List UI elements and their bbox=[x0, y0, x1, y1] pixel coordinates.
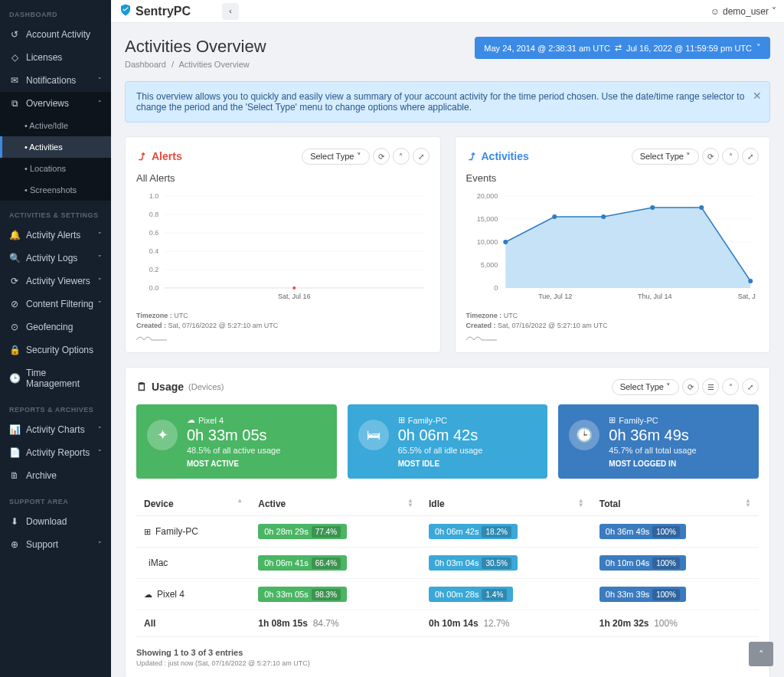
user-label: demo_user bbox=[723, 6, 769, 17]
sidebar-item-content-filtering[interactable]: ⊘Content Filtering˅ bbox=[0, 293, 111, 316]
usage-select-type[interactable]: Select Type ˅ bbox=[612, 379, 679, 395]
chevron-down-icon: ˅ bbox=[98, 254, 102, 262]
svg-text:0: 0 bbox=[494, 284, 498, 292]
refresh-button[interactable]: ⟳ bbox=[373, 148, 390, 165]
stat-desc: 45.7% of all total usage bbox=[609, 446, 748, 455]
svg-text:Sat, J: Sat, J bbox=[737, 293, 755, 300]
sidebar-item-overviews[interactable]: ⧉Overviews˄ bbox=[0, 92, 111, 115]
sidebar-section: ACTIVITIES & SETTINGS bbox=[0, 201, 111, 224]
sidebar-subitem-active-idle[interactable]: • Active/Idle bbox=[0, 115, 111, 136]
chevron-up-icon: ˄ bbox=[759, 649, 764, 660]
nav-icon: 🔔 bbox=[9, 230, 20, 240]
sidebar-item-activity-alerts[interactable]: 🔔Activity Alerts˅ bbox=[0, 224, 111, 247]
stat-icon: ✦ bbox=[147, 420, 178, 450]
scroll-top-button[interactable]: ˄ bbox=[749, 642, 773, 666]
sidebar-subitem-activities[interactable]: • Activities bbox=[0, 136, 111, 158]
sidebar-item-support[interactable]: ⊕Support˅ bbox=[0, 533, 111, 556]
nav-icon: 📄 bbox=[9, 447, 20, 458]
sidebar-item-security-options[interactable]: 🔒Security Options bbox=[0, 338, 111, 361]
alerts-select-type[interactable]: Select Type ˅ bbox=[302, 149, 369, 165]
svg-point-26 bbox=[552, 214, 557, 219]
main-content: Activities Overview Dashboard / Activiti… bbox=[111, 23, 784, 677]
nav-icon: ⟳ bbox=[9, 276, 20, 286]
svg-text:20,000: 20,000 bbox=[476, 192, 498, 200]
table-updated: Updated : just now (Sat, 07/16/2022 @ 5:… bbox=[136, 659, 759, 667]
table-row: ☁Pixel 4 0h 33m 05s98.3% 0h 00m 28s1.4% … bbox=[136, 579, 759, 610]
expand-icon: ⤢ bbox=[418, 152, 424, 161]
col-idle[interactable]: Idle▲▼ bbox=[421, 492, 592, 516]
sidebar-section: DASHBOARD bbox=[0, 0, 111, 23]
chart-icon: ⭜ bbox=[466, 150, 477, 162]
idle-pill: 0h 03m 04s30.5% bbox=[429, 555, 518, 571]
sidebar: DASHBOARD↺Account Activity◇Licenses✉Noti… bbox=[0, 0, 111, 677]
activities-footer: Timezone : UTC Created : Sat, 07/16/2022… bbox=[466, 311, 760, 342]
sidebar-item-notifications[interactable]: ✉Notifications˅ bbox=[0, 69, 111, 92]
user-menu[interactable]: ☺ demo_user ˅ bbox=[710, 6, 776, 17]
stat-device: ⊞ Family-PC bbox=[609, 415, 748, 425]
col-total[interactable]: Total▲▼ bbox=[592, 492, 759, 516]
refresh-icon: ⟳ bbox=[688, 383, 694, 391]
sidebar-item-download[interactable]: ⬇Download bbox=[0, 510, 111, 533]
table-row-totals: All 1h 08m 15s 84.7% 0h 10m 14s 12.7% 1h… bbox=[136, 610, 759, 637]
svg-text:15,000: 15,000 bbox=[476, 215, 498, 223]
activities-chart: 05,00010,00015,00020,000 Tue, Jul 12Thu,… bbox=[466, 190, 760, 305]
collapse-sidebar-button[interactable]: ‹ bbox=[222, 3, 239, 20]
sidebar-item-activity-viewers[interactable]: ⟳Activity Viewers˅ bbox=[0, 270, 111, 293]
expand-button[interactable]: ⤢ bbox=[742, 378, 759, 395]
stat-tag: MOST LOGGED IN bbox=[609, 460, 748, 468]
list-button[interactable]: ☰ bbox=[702, 378, 719, 395]
activities-card: ⭜ Activities Select Type ˅ ⟳ ˄ ⤢ Events bbox=[455, 136, 771, 353]
chevron-down-icon: ˅ bbox=[98, 449, 102, 456]
stat-desc: 65.5% of all idle usage bbox=[398, 446, 537, 455]
sidebar-item-archive[interactable]: 🗎Archive bbox=[0, 464, 111, 487]
svg-text:0.2: 0.2 bbox=[149, 266, 159, 273]
close-icon[interactable]: ✕ bbox=[753, 90, 762, 102]
activities-select-type[interactable]: Select Type ˅ bbox=[632, 149, 699, 165]
stat-value: 0h 06m 42s bbox=[398, 427, 537, 444]
sidebar-item-geofencing[interactable]: ⊙Geofencing bbox=[0, 316, 111, 338]
stat-most-idle: 🛏 ⊞ Family-PC 0h 06m 42s 65.5% of all id… bbox=[348, 404, 548, 479]
date-range-selector[interactable]: May 24, 2014 @ 2:38:31 am UTC ⇄ Jul 16, … bbox=[475, 37, 770, 59]
svg-text:10,000: 10,000 bbox=[476, 238, 498, 246]
col-active[interactable]: Active▲▼ bbox=[250, 492, 421, 516]
idle-pill: 0h 06m 42s18.2% bbox=[429, 524, 518, 539]
total-pill: 0h 36m 49s100% bbox=[599, 524, 686, 539]
refresh-button[interactable]: ⟳ bbox=[702, 148, 719, 165]
expand-button[interactable]: ⤢ bbox=[742, 148, 759, 165]
stat-icon: 🛏 bbox=[358, 420, 389, 450]
expand-button[interactable]: ⤢ bbox=[413, 148, 430, 165]
chevron-up-icon: ˄ bbox=[729, 152, 733, 161]
sidebar-item-activity-reports[interactable]: 📄Activity Reports˅ bbox=[0, 441, 111, 464]
nav-icon: 🕒 bbox=[9, 373, 20, 384]
chevron-down-icon: ˅ bbox=[98, 231, 102, 239]
sidebar-item-activity-logs[interactable]: 🔍Activity Logs˅ bbox=[0, 247, 111, 270]
collapse-button[interactable]: ˄ bbox=[722, 378, 739, 395]
date-start: May 24, 2014 @ 2:38:31 am UTC bbox=[484, 44, 610, 53]
chevron-down-icon: ˅ bbox=[756, 43, 761, 53]
svg-text:1.0: 1.0 bbox=[149, 192, 159, 200]
svg-text:5,000: 5,000 bbox=[480, 261, 498, 269]
crumb-dashboard[interactable]: Dashboard bbox=[125, 60, 166, 69]
alerts-title: ⭜ Alerts bbox=[136, 150, 182, 162]
sidebar-item-activity-charts[interactable]: 📊Activity Charts˅ bbox=[0, 418, 111, 441]
alerts-chart: 0.00.20.40.60.81.0 Sat, Jul 16 bbox=[136, 190, 430, 305]
refresh-button[interactable]: ⟳ bbox=[682, 378, 699, 395]
active-pill: 0h 33m 05s98.3% bbox=[258, 587, 347, 602]
sidebar-item-time-management[interactable]: 🕒Time Management bbox=[0, 361, 111, 395]
sidebar-item-licenses[interactable]: ◇Licenses bbox=[0, 46, 111, 69]
nav-icon: 🔍 bbox=[9, 253, 20, 263]
page-title: Activities Overview bbox=[125, 37, 266, 57]
list-icon: ☰ bbox=[707, 383, 714, 391]
stat-most-logged-in: 🕒 ⊞ Family-PC 0h 36m 49s 45.7% of all to… bbox=[558, 404, 759, 479]
sidebar-subitem-locations[interactable]: • Locations bbox=[0, 158, 111, 179]
svg-text:Thu, Jul 14: Thu, Jul 14 bbox=[637, 293, 671, 300]
device-icon: ⊞ bbox=[144, 527, 151, 536]
device-icon: ⊞ bbox=[398, 415, 405, 425]
sidebar-subitem-screenshots[interactable]: • Screenshots bbox=[0, 179, 111, 201]
col-device[interactable]: Device▲ bbox=[136, 492, 250, 516]
sidebar-item-account-activity[interactable]: ↺Account Activity bbox=[0, 23, 111, 46]
collapse-button[interactable]: ˄ bbox=[393, 148, 410, 165]
collapse-button[interactable]: ˄ bbox=[722, 148, 739, 165]
table-row: iMac 0h 06m 41s66.4% 0h 03m 04s30.5% 0h … bbox=[136, 548, 759, 579]
svg-point-28 bbox=[650, 205, 655, 210]
